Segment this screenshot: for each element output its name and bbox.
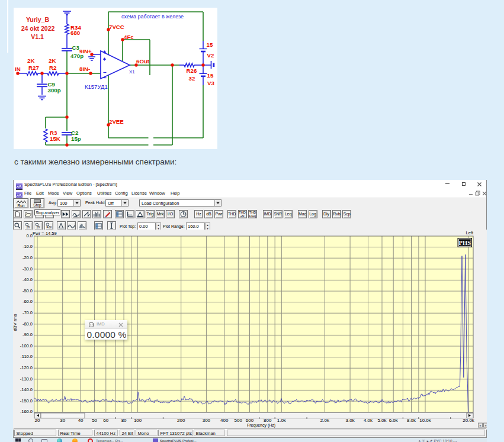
svg-text:2.0k: 2.0k bbox=[320, 418, 330, 423]
svg-text:32: 32 bbox=[189, 75, 195, 82]
svg-text:-100.0: -100.0 bbox=[20, 343, 33, 349]
svg-text:-80.0: -80.0 bbox=[23, 321, 33, 327]
svg-text:2VEE: 2VEE bbox=[109, 118, 124, 125]
svg-text:15K: 15K bbox=[50, 135, 60, 142]
svg-text:R26: R26 bbox=[187, 67, 197, 74]
svg-text:2K: 2K bbox=[27, 57, 34, 64]
svg-text:50: 50 bbox=[92, 418, 97, 423]
svg-text:-90.0: -90.0 bbox=[23, 332, 33, 337]
svg-text:20.0k: 20.0k bbox=[463, 418, 475, 423]
svg-text:0.0: 0.0 bbox=[27, 233, 33, 238]
svg-text:-70.0: -70.0 bbox=[23, 310, 33, 315]
svg-text:-130.0: -130.0 bbox=[20, 376, 33, 382]
svg-text:Pwr =-14.59: Pwr =-14.59 bbox=[33, 231, 57, 236]
svg-text:5.0k: 5.0k bbox=[377, 418, 387, 423]
svg-text:24 okt 2022: 24 okt 2022 bbox=[21, 25, 55, 32]
svg-text:Left: Left bbox=[466, 230, 473, 235]
svg-text:-50.0: -50.0 bbox=[23, 288, 33, 293]
svg-text:6Out: 6Out bbox=[136, 58, 150, 64]
svg-text:40: 40 bbox=[78, 418, 84, 423]
svg-text:200: 200 bbox=[177, 418, 185, 423]
svg-text:Frequency (Hz): Frequency (Hz) bbox=[247, 423, 275, 428]
svg-text:2K: 2K bbox=[49, 57, 56, 64]
svg-text:-150.0: -150.0 bbox=[20, 398, 33, 404]
svg-text:500: 500 bbox=[235, 418, 243, 423]
svg-text:6.0k: 6.0k bbox=[389, 418, 399, 423]
svg-text:dBV rms: dBV rms bbox=[13, 314, 18, 331]
svg-text:-160.0: -160.0 bbox=[20, 409, 33, 414]
svg-text:PHS: PHS bbox=[459, 240, 471, 246]
svg-text:-110.0: -110.0 bbox=[20, 354, 33, 359]
svg-text:V2: V2 bbox=[207, 52, 214, 59]
svg-text:3.0k: 3.0k bbox=[346, 418, 355, 423]
svg-text:80: 80 bbox=[121, 418, 127, 423]
svg-text:IN: IN bbox=[15, 66, 21, 72]
svg-text:C3: C3 bbox=[72, 44, 80, 51]
svg-text:R2: R2 bbox=[49, 64, 56, 71]
svg-text:100: 100 bbox=[134, 418, 142, 423]
svg-text:300: 300 bbox=[203, 418, 211, 423]
svg-text:-60.0: -60.0 bbox=[23, 299, 33, 304]
svg-text:V1.1: V1.1 bbox=[31, 33, 44, 40]
svg-text:-20.0: -20.0 bbox=[23, 255, 33, 260]
svg-text:4.0k: 4.0k bbox=[364, 418, 373, 423]
svg-text:-40.0: -40.0 bbox=[23, 277, 33, 282]
svg-text:+: + bbox=[479, 424, 481, 427]
svg-text:20: 20 bbox=[35, 418, 40, 423]
svg-text:60: 60 bbox=[103, 418, 108, 423]
svg-text:4Fc: 4Fc bbox=[124, 34, 134, 40]
svg-text:Full: Full bbox=[46, 225, 51, 229]
svg-text:15: 15 bbox=[207, 41, 213, 48]
svg-text:470p: 470p bbox=[70, 53, 84, 59]
svg-text:30: 30 bbox=[60, 418, 65, 423]
svg-text:К157УД1: К157УД1 bbox=[85, 83, 108, 90]
svg-text:10.0k: 10.0k bbox=[419, 418, 432, 423]
svg-text:схема работает в железе: схема работает в железе bbox=[121, 14, 184, 20]
svg-text:2X: 2X bbox=[36, 225, 40, 229]
svg-text:15p: 15p bbox=[71, 135, 81, 142]
svg-text:15: 15 bbox=[207, 72, 214, 79]
svg-text:-140.0: -140.0 bbox=[20, 387, 33, 392]
svg-text:+: + bbox=[484, 424, 487, 427]
svg-text:-120.0: -120.0 bbox=[20, 365, 33, 370]
svg-text:2X: 2X bbox=[26, 225, 30, 229]
svg-text:8.0k: 8.0k bbox=[407, 418, 416, 423]
svg-text:680: 680 bbox=[70, 30, 80, 36]
svg-text:-10.0: -10.0 bbox=[23, 244, 33, 249]
svg-text:R27: R27 bbox=[28, 64, 39, 71]
svg-text:V3: V3 bbox=[207, 80, 214, 86]
svg-text:300p: 300p bbox=[48, 87, 61, 93]
svg-text:-30.0: -30.0 bbox=[23, 266, 33, 272]
svg-text:X1: X1 bbox=[129, 69, 135, 75]
svg-text:400: 400 bbox=[220, 418, 229, 423]
svg-text:1.0k: 1.0k bbox=[277, 418, 287, 423]
svg-text:8IN-: 8IN- bbox=[79, 66, 90, 72]
svg-text:7VCC: 7VCC bbox=[109, 24, 124, 30]
svg-text:Yuriy_B: Yuriy_B bbox=[26, 16, 50, 23]
